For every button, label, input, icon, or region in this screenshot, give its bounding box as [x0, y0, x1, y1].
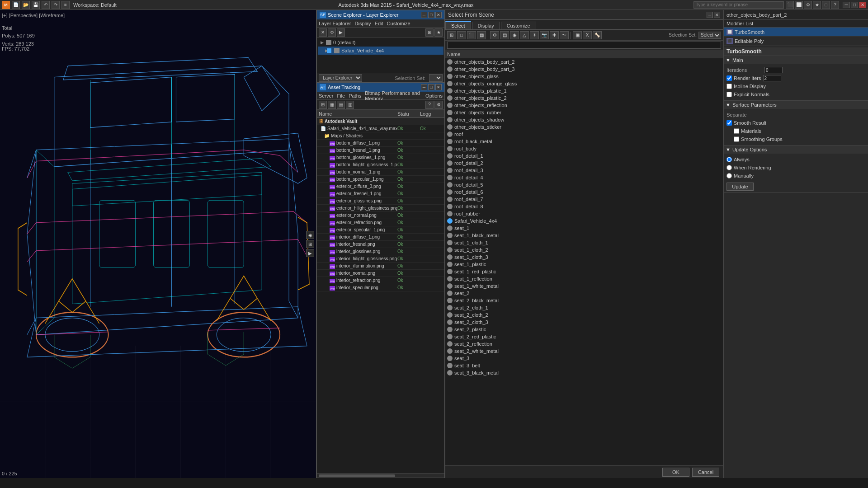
list-item-seat2-wm[interactable]: seat_2_white_metal	[445, 347, 723, 355]
save-btn[interactable]: 💾	[32, 1, 40, 9]
at-row-png-5[interactable]: pngbottom_normal_1.png Ok	[317, 169, 444, 176]
list-item-12[interactable]: roof_black_metal	[445, 138, 723, 145]
at-row-png-14[interactable]: pnginterior_diffuse_1.png Ok	[317, 234, 444, 241]
list-item-11[interactable]: roof	[445, 131, 723, 138]
at-tb-1[interactable]: ⊞	[319, 101, 327, 109]
sfs-minimize-btn[interactable]: ─	[707, 12, 713, 18]
render-iters-input[interactable]	[763, 75, 781, 81]
sfs-search-input[interactable]	[447, 42, 721, 49]
list-item-5[interactable]: other_objects_plastic_1	[445, 87, 723, 94]
cancel-button[interactable]: Cancel	[692, 468, 719, 477]
sfs-tab-select[interactable]: Select	[445, 21, 471, 29]
list-item-3[interactable]: other_objects_glass	[445, 73, 723, 80]
list-item-seat2-ref[interactable]: seat_2_reflection	[445, 340, 723, 347]
sfs-tb-layers[interactable]: ▤	[500, 31, 509, 39]
layer-default[interactable]: ▶ 0 (default)	[318, 38, 443, 47]
list-item-seat2[interactable]: seat_2	[445, 290, 723, 297]
at-row-png-8[interactable]: pngexterior_fresnel_1.png Ok	[317, 190, 444, 197]
layer-safari[interactable]: ▶ Safari_Vehicle_4x4	[318, 47, 443, 55]
list-item-seat1-bm[interactable]: seat_1_black_metal	[445, 232, 723, 239]
list-item-15[interactable]: roof_detail_2	[445, 160, 723, 167]
maximize-icon[interactable]: □	[822, 1, 830, 9]
se-close-btn[interactable]: ✕	[435, 12, 442, 18]
sfs-tab-customize[interactable]: Customize	[501, 22, 536, 29]
list-item-seat1-c2[interactable]: seat_1_cloth_2	[445, 246, 723, 253]
undo-btn[interactable]: ↶	[42, 1, 50, 9]
sfs-close-btn[interactable]: ✕	[714, 12, 720, 18]
modifier-turbosmooth[interactable]: ⬜ TurboSmooth	[724, 28, 868, 37]
at-row-vault[interactable]: 🗄Autodesk Vault	[317, 118, 444, 125]
viewport-btn-2[interactable]: ⊞	[306, 240, 314, 248]
se-tb-filter[interactable]: ⚙	[328, 28, 336, 37]
sfs-tb-lights[interactable]: ☀	[530, 31, 539, 39]
list-item-seat1[interactable]: seat_1	[445, 225, 723, 232]
se-tb-add[interactable]: ✕	[319, 28, 327, 37]
at-row-png-11[interactable]: pngexterior_normal.png Ok	[317, 212, 444, 219]
minimize-btn[interactable]: ─	[843, 2, 850, 8]
at-row-png-7[interactable]: pngexterior_diffuse_3.png Ok	[317, 183, 444, 190]
list-item-7[interactable]: other_objects_reflection	[445, 102, 723, 109]
se-menu-display[interactable]: Display	[355, 21, 371, 26]
list-item-seat2-c2[interactable]: seat_2_cloth_2	[445, 311, 723, 319]
iterations-input[interactable]	[764, 67, 783, 73]
at-row-png-15[interactable]: pnginterior_fresnel.png Ok	[317, 241, 444, 248]
at-row-png-21[interactable]: pnginterior_specular.png Ok	[317, 284, 444, 291]
smoothing-groups-checkbox[interactable]	[734, 136, 739, 142]
at-minimize-btn[interactable]: ─	[421, 84, 427, 90]
at-tb-3[interactable]: ▤	[337, 101, 345, 109]
at-row-png-6[interactable]: pngbottom_specular_1.png Ok	[317, 176, 444, 183]
list-item-seat2-bm[interactable]: seat_2_black_metal	[445, 297, 723, 304]
topbar-search-input[interactable]	[693, 1, 784, 9]
se-minimize-btn[interactable]: ─	[421, 12, 427, 18]
se-tb-right1[interactable]: ⊞	[425, 28, 434, 37]
list-item-seat1-rp[interactable]: seat_1_red_plastic	[445, 268, 723, 275]
se-tb-right2[interactable]: ★	[434, 28, 443, 37]
at-scrollbar[interactable]	[317, 473, 444, 478]
list-item-1[interactable]: other_objects_body_part_2	[445, 58, 723, 66]
list-item-14[interactable]: roof_detail_1	[445, 152, 723, 160]
se-menu-edit[interactable]: Edit	[375, 21, 383, 26]
at-close-btn[interactable]: ✕	[435, 84, 442, 90]
sfs-tb-spacewarps[interactable]: 〜	[560, 31, 569, 39]
at-tb-right1[interactable]: ?	[425, 101, 434, 109]
at-row-png-18[interactable]: pnginterior_illumination.png Ok	[317, 263, 444, 270]
list-item-9[interactable]: other_objects_shadow	[445, 116, 723, 123]
sfs-tb-bones[interactable]: 🦴	[593, 31, 602, 39]
viewport[interactable]: [+] [Perspective] [Wireframe] Total Poly…	[0, 10, 316, 478]
question-icon[interactable]: ?	[831, 1, 839, 9]
settings-icon[interactable]: ⚙	[804, 1, 812, 9]
se-restore-btn[interactable]: □	[428, 12, 434, 18]
at-tb-right2[interactable]: ⚙	[434, 101, 443, 109]
always-radio[interactable]	[726, 157, 732, 162]
at-row-png-16[interactable]: pnginterior_glossines.png Ok	[317, 248, 444, 255]
at-menu-server[interactable]: Server	[319, 93, 333, 99]
surface-params-header[interactable]: ▼ Surface Parameters	[724, 101, 868, 109]
selection-set-dropdown[interactable]	[429, 74, 443, 82]
sfs-tb-shapes[interactable]: △	[520, 31, 529, 39]
at-row-png-4[interactable]: pngbottom_hilight_glossiness_1.png Ok	[317, 161, 444, 169]
sfs-selection-set-dropdown[interactable]: Select	[698, 32, 721, 39]
list-item-10[interactable]: other_objects_sticker	[445, 123, 723, 131]
list-item-6[interactable]: other_objects_plastic_2	[445, 94, 723, 102]
viewport-btn-1[interactable]: ◉	[306, 231, 314, 239]
manually-radio[interactable]	[726, 173, 732, 178]
layer-dropdown[interactable]: Layer Explorer	[319, 74, 362, 82]
explicit-normals-checkbox[interactable]	[726, 92, 732, 97]
list-item-19[interactable]: roof_detail_6	[445, 188, 723, 196]
at-row-maps[interactable]: 📁Maps / Shaders	[317, 132, 444, 140]
list-item-4[interactable]: other_objects_orange_glass	[445, 80, 723, 87]
viewport-btn-3[interactable]: ▶	[306, 249, 314, 257]
at-menu-file[interactable]: File	[337, 93, 345, 99]
at-row-png-3[interactable]: pngbottom_glossines_1.png Ok	[317, 154, 444, 161]
list-item-13[interactable]: roof_body	[445, 145, 723, 152]
render-icon[interactable]: ⬛	[786, 1, 794, 9]
at-row-png-19[interactable]: pnginterior_normal.png Ok	[317, 270, 444, 277]
at-row-png-20[interactable]: pnginterior_refraction.png Ok	[317, 277, 444, 284]
when-rendering-radio[interactable]	[726, 165, 732, 170]
at-tb-2[interactable]: ▦	[328, 101, 336, 109]
at-row-png-17[interactable]: pnginterior_hilight_glossiness.png Ok	[317, 255, 444, 263]
list-item-seat3-belt[interactable]: seat_3_belt	[445, 362, 723, 369]
list-item-16[interactable]: roof_detail_3	[445, 167, 723, 174]
at-menu-paths[interactable]: Paths	[349, 93, 361, 99]
update-button[interactable]: Update	[726, 183, 754, 191]
